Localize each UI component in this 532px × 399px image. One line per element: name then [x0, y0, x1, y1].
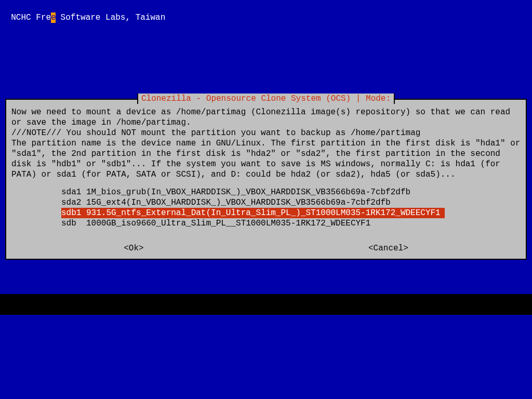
partition-option[interactable]: sdb 1000GB_iso9660_Ultra_Slim_PL__ST1000…	[61, 218, 521, 229]
ok-button[interactable]: <Ok>	[122, 243, 145, 254]
dialog-title-wrap: Clonezilla - Opensource Clone System (OC…	[6, 94, 526, 104]
black-bar	[0, 294, 532, 304]
dialog-container: Clonezilla - Opensource Clone System (OC…	[5, 99, 527, 260]
partition-option-selected[interactable]: sdb1 931.5G_ntfs_External_Dat(In_Ultra_S…	[61, 208, 445, 218]
partition-list: sda1 1M_bios_grub(In_VBOX_HARDDISK_)_VBO…	[61, 187, 521, 229]
header-pre: NCHC Fre	[11, 13, 51, 22]
header-line: NCHC Free Software Labs, Taiwan	[1, 2, 165, 23]
black-bar	[0, 304, 532, 315]
dialog-body-text: Now we need to mount a device as /home/p…	[11, 107, 521, 180]
header-post: Software Labs, Taiwan	[56, 13, 165, 22]
dialog-buttons: <Ok> <Cancel>	[11, 243, 521, 254]
partition-option[interactable]: sda1 1M_bios_grub(In_VBOX_HARDDISK_)_VBO…	[61, 187, 521, 197]
mount-dialog: Clonezilla - Opensource Clone System (OC…	[5, 99, 527, 260]
dialog-title: Clonezilla - Opensource Clone System (OC…	[137, 94, 395, 104]
cursor-block: e	[51, 12, 56, 23]
partition-option[interactable]: sda2 15G_ext4(In_VBOX_HARDDISK_)_VBOX_HA…	[61, 197, 521, 208]
cancel-button[interactable]: <Cancel>	[366, 243, 410, 254]
